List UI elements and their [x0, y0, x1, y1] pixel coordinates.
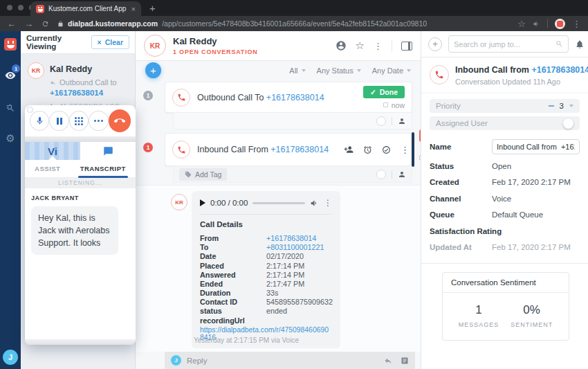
add-collaborator-icon[interactable] — [344, 145, 353, 154]
filter-any-date[interactable]: Any Date — [372, 66, 411, 75]
follower-icon[interactable] — [398, 117, 406, 125]
priority-control[interactable]: Priority 3 — [430, 99, 580, 113]
inbound-call-card[interactable]: Inbound Call From +16178638014 ⋮ Open 11… — [165, 133, 412, 166]
chevron-down-icon — [407, 69, 411, 72]
browser-menu-icon[interactable]: ⋮ — [572, 19, 581, 29]
mark-done-icon[interactable] — [382, 145, 391, 154]
mute-mic-button[interactable] — [30, 111, 49, 131]
player-time: 0:00 / 0:00 — [210, 199, 248, 207]
chevron-down-icon[interactable] — [569, 105, 573, 107]
more-options-button[interactable] — [89, 111, 108, 131]
channel-value: Voice — [492, 195, 511, 203]
inbound-phone-icon — [172, 141, 190, 159]
assign-circle-icon[interactable] — [376, 116, 386, 126]
currently-viewing-icon[interactable]: 1 — [0, 70, 21, 81]
outbound-phone-link[interactable]: +16178638014 — [266, 93, 324, 102]
priority-value: 3 — [560, 102, 564, 110]
toggle-sidebar-icon[interactable] — [401, 42, 412, 51]
reply-bar[interactable]: J Reply — [165, 352, 415, 369]
chevron-down-icon — [357, 69, 361, 72]
sentiment-value: 0% — [511, 303, 553, 317]
play-icon[interactable] — [200, 199, 205, 206]
detail-row: statusended — [200, 307, 332, 316]
detail-row: recordingUrl — [200, 316, 332, 325]
transcript-speaker: JACK BRYANT — [31, 195, 129, 201]
settings-gear-icon[interactable]: ⚙ — [0, 132, 21, 145]
conversation-column: KR Kal Reddy 1 OPEN CONVERSATION ☆ ⋮ + A… — [136, 31, 421, 369]
forward-icon[interactable]: → — [24, 19, 33, 28]
kustomer-extension-icon[interactable] — [555, 19, 565, 29]
event-phone-link[interactable]: +16178638014 — [50, 89, 120, 97]
tab-chat[interactable] — [80, 142, 136, 160]
messages-value: 1 — [459, 303, 499, 317]
field-satisfaction: Satisfaction Rating — [430, 226, 580, 236]
keypad-button[interactable] — [69, 111, 89, 131]
kustomer-logo[interactable] — [4, 38, 17, 51]
check-icon: ✓ — [370, 88, 376, 96]
widget-footer-band[interactable] — [25, 339, 136, 345]
divider — [392, 117, 392, 125]
new-tab-button[interactable]: + — [149, 2, 156, 14]
assign-circle-icon[interactable] — [376, 170, 386, 179]
viewed-customer-card[interactable]: KR Kal Reddy Outbound Call to +161786380… — [21, 54, 135, 109]
add-new-icon[interactable]: + — [428, 37, 442, 51]
search-nav-icon[interactable] — [0, 103, 21, 113]
header-menu-icon[interactable]: ⋮ — [374, 41, 383, 51]
browser-tab[interactable]: Kustomer.com Client App × — [30, 1, 141, 16]
reply-arrow-icon[interactable] — [384, 357, 392, 365]
calendar-icon — [383, 102, 388, 107]
hangup-button[interactable] — [109, 109, 131, 132]
card-menu-icon[interactable]: ⋮ — [401, 145, 410, 155]
detail-row: Duration33s — [200, 289, 332, 298]
panel-title-phone[interactable]: +16178638014 — [531, 65, 588, 75]
tab-transcript[interactable]: TRANSCRIPT — [80, 165, 126, 172]
assignee-circle-icon[interactable] — [563, 118, 573, 129]
snooze-alarm-icon[interactable] — [363, 145, 372, 154]
tab-assist[interactable]: ASSIST — [35, 165, 60, 172]
notes-icon[interactable] — [401, 357, 409, 365]
clear-button[interactable]: ×Clear — [91, 35, 129, 49]
lock-icon — [57, 21, 64, 27]
widget-drag-band[interactable] — [25, 136, 136, 142]
notifications-bell-icon[interactable] — [575, 39, 585, 49]
chevron-down-icon — [302, 69, 306, 72]
reply-placeholder[interactable]: Reply — [187, 357, 207, 365]
customer-profile-icon[interactable] — [336, 40, 347, 51]
tab-muted-icon[interactable] — [533, 20, 540, 28]
follower-icon[interactable] — [398, 170, 406, 179]
favorite-star-icon[interactable]: ☆ — [356, 39, 365, 52]
pause-icon — [57, 118, 62, 125]
user-avatar[interactable]: J — [3, 350, 18, 365]
expand-icon[interactable] — [27, 107, 33, 113]
search-input[interactable] — [454, 40, 552, 48]
new-conversation-button[interactable]: + — [145, 62, 161, 78]
back-icon[interactable]: ← — [7, 19, 16, 28]
outbound-card-footer — [173, 113, 412, 129]
outbound-call-card[interactable]: Outbound Call To +16178638014 ✓Done now — [165, 82, 412, 113]
call-details-title: Call Details — [200, 220, 332, 228]
assigned-user-control[interactable]: Assigned User — [430, 116, 580, 130]
search-box[interactable] — [448, 35, 569, 53]
seek-slider[interactable] — [252, 202, 305, 204]
hold-pause-button[interactable] — [49, 111, 68, 131]
open-conversation-count: 1 OPEN CONVERSATION — [173, 48, 258, 55]
inbound-phone-link[interactable]: +16178638014 — [270, 145, 329, 154]
reload-icon[interactable] — [42, 20, 49, 28]
done-button[interactable]: ✓Done — [363, 86, 405, 98]
call-details-card: 0:00 / 0:00 ⋮ Call Details From+16178638… — [192, 191, 340, 348]
tab-close-icon[interactable]: × — [131, 5, 136, 13]
browser-toolbar: ← → dialpad.kustomerapp.com/app/customer… — [0, 16, 588, 31]
filter-any-status[interactable]: Any Status — [317, 66, 361, 75]
volume-icon[interactable] — [310, 199, 319, 208]
priority-decrement-icon[interactable] — [549, 105, 554, 107]
add-tag-button[interactable]: Add Tag — [179, 168, 227, 181]
address-bar[interactable]: dialpad.kustomerapp.com/app/customers/5e… — [57, 19, 509, 28]
name-input[interactable] — [492, 139, 580, 154]
panel-title: Inbound Call from — [455, 65, 529, 75]
selected-indicator — [412, 132, 414, 167]
reply-arrow-icon — [50, 80, 56, 86]
player-menu-icon[interactable]: ⋮ — [324, 198, 332, 208]
tab-title: Kustomer.com Client App — [48, 5, 127, 12]
filter-all[interactable]: All — [289, 66, 305, 75]
bookmark-star-icon[interactable]: ☆ — [517, 19, 526, 29]
